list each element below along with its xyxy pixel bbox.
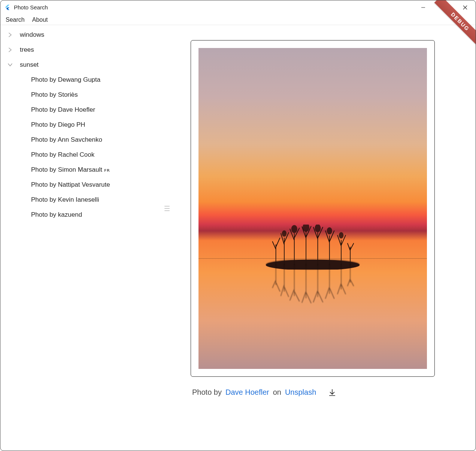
list-item[interactable]: Photo by Ann Savchenko bbox=[0, 132, 176, 147]
source-link[interactable]: Unsplash bbox=[285, 388, 316, 397]
tree-node-sunset[interactable]: sunset bbox=[0, 57, 176, 72]
content-area: Photo by Dave Hoefler on Unsplash bbox=[176, 25, 476, 451]
menu-search[interactable]: Search bbox=[2, 16, 28, 24]
photo-credit: Photo by Dave Hoefler bbox=[31, 106, 95, 114]
svg-point-11 bbox=[266, 260, 360, 270]
chevron-right-icon[interactable] bbox=[7, 47, 13, 53]
photo-caption: Photo by Dave Hoefler on Unsplash bbox=[191, 388, 336, 397]
sidebar: windows trees sunset Photo by Dewang Gup… bbox=[0, 25, 176, 451]
tree-node-trees[interactable]: trees bbox=[0, 42, 176, 57]
photo-preview bbox=[198, 48, 427, 369]
author-link[interactable]: Dave Hoefler bbox=[225, 388, 269, 397]
photo-credit: Photo by Kevin Ianeselli bbox=[31, 196, 99, 204]
chevron-right-icon[interactable] bbox=[7, 32, 13, 38]
window-title: Photo Search bbox=[14, 4, 48, 10]
minimize-button[interactable] bbox=[413, 0, 434, 14]
svg-point-9 bbox=[327, 227, 332, 234]
svg-point-8 bbox=[315, 225, 321, 232]
list-item[interactable]: Photo by Dewang Gupta bbox=[0, 72, 176, 87]
caption-on: on bbox=[273, 388, 281, 397]
svg-point-10 bbox=[339, 232, 344, 238]
tree-node-label: windows bbox=[20, 31, 44, 39]
photo-credit: Photo by Storiès bbox=[31, 91, 78, 99]
list-item[interactable]: Photo by Nattipat Vesvarute bbox=[0, 177, 176, 192]
flutter-icon bbox=[4, 4, 11, 11]
chevron-down-icon[interactable] bbox=[7, 62, 13, 68]
list-item[interactable]: Photo by Kevin Ianeselli bbox=[0, 192, 176, 207]
svg-point-6 bbox=[291, 225, 297, 233]
photo-credit: Photo by kazuend bbox=[31, 211, 82, 219]
list-item[interactable]: Photo by Dave Hoefler bbox=[0, 102, 176, 117]
photo-credit: Photo by Ann Savchenko bbox=[31, 136, 102, 144]
photo-credit: Photo by Diego PH bbox=[31, 121, 85, 129]
caption-prefix: Photo by bbox=[192, 388, 222, 397]
titlebar: Photo Search bbox=[0, 0, 476, 15]
photo-credit: Photo by Nattipat Vesvarute bbox=[31, 181, 110, 189]
list-item[interactable]: Photo by kazuend bbox=[0, 207, 176, 222]
tree-node-label: trees bbox=[20, 46, 34, 54]
list-item[interactable]: Photo by Rachel Cook bbox=[0, 147, 176, 162]
menu-about[interactable]: About bbox=[28, 16, 52, 24]
svg-point-5 bbox=[282, 230, 287, 237]
download-icon[interactable] bbox=[328, 388, 336, 397]
tree-node-label: sunset bbox=[20, 61, 39, 69]
list-item[interactable]: Photo by Diego PH bbox=[0, 117, 176, 132]
list-item[interactable]: Photo by Simon Marsault ꜰʀ bbox=[0, 162, 176, 177]
photo-credit: Photo by Dewang Gupta bbox=[31, 76, 100, 84]
photo-card bbox=[191, 40, 435, 377]
menu-icon[interactable] bbox=[164, 205, 170, 212]
list-item[interactable]: Photo by Storiès bbox=[0, 87, 176, 102]
photo-credit: Photo by Rachel Cook bbox=[31, 151, 94, 159]
menubar: Search About bbox=[0, 15, 476, 25]
photo-credit: Photo by Simon Marsault ꜰʀ bbox=[31, 166, 110, 174]
tree-node-windows[interactable]: windows bbox=[0, 27, 176, 42]
